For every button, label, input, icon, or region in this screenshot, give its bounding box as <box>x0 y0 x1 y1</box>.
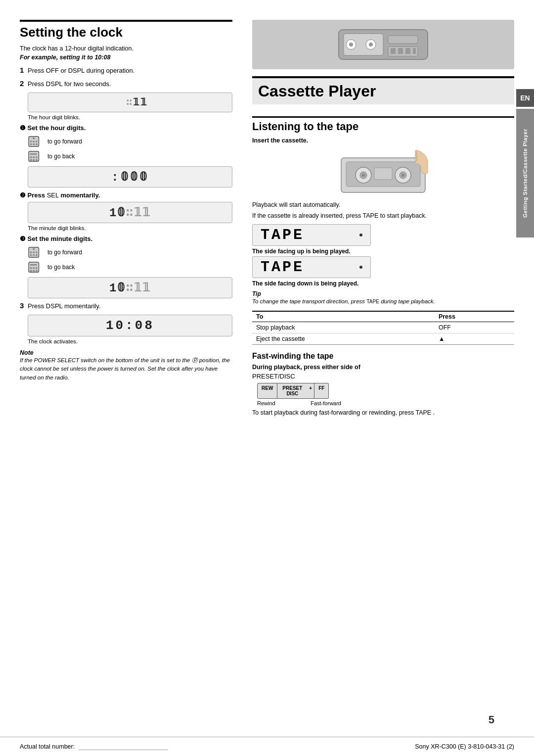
display-min-blink: 1𝟘∷𝟙𝟙 <box>28 202 232 223</box>
note-text: If the POWER SELECT switch on the bottom… <box>20 356 232 382</box>
step3-num: 3 <box>20 301 24 310</box>
svg-point-31 <box>36 270 38 272</box>
table-btn-1[interactable]: OFF <box>439 324 451 331</box>
display-min-set: 1𝟘∷𝟙𝟙 <box>28 277 232 298</box>
svg-point-30 <box>33 270 35 272</box>
footer-left-label: Actual total number: <box>20 743 75 750</box>
note-title: Note <box>20 349 232 356</box>
step2-btn1[interactable]: DSPL <box>46 80 62 88</box>
forward-row-2: + to go forward <box>28 245 232 259</box>
substep2: ❷ Press SEL momentarily. <box>20 191 232 199</box>
step1-text-pre: Press <box>28 67 44 74</box>
preset-label: PRESET <box>282 385 302 391</box>
footer-left: Actual total number: <box>20 743 168 750</box>
svg-point-22 <box>33 254 35 256</box>
svg-point-11 <box>33 156 35 158</box>
tip-label: Tip <box>252 290 261 297</box>
svg-point-15 <box>36 159 38 161</box>
side-down-label: The side facing down is being played. <box>252 280 514 287</box>
svg-point-23 <box>36 254 38 256</box>
svg-point-48 <box>362 174 365 177</box>
back-label-2: to go back <box>47 264 75 271</box>
page-container: Setting the clock The clock has a 12-hou… <box>0 0 534 756</box>
step-3: 3 Press DSPL momentarily. <box>20 301 232 310</box>
inserted-btn[interactable]: TAPE <box>363 212 379 219</box>
tape-display-1: TAPE <box>252 224 371 246</box>
table-col1: To <box>252 311 435 322</box>
step-2: 2 Press DSPL for two seconds. <box>20 79 232 88</box>
tape-display1-text: TAPE <box>261 227 304 243</box>
cassette-header-graphic <box>334 25 433 64</box>
svg-point-21 <box>30 254 32 256</box>
forward-label-2: to go forward <box>47 249 82 256</box>
rew-btn-diagram[interactable]: REW <box>257 383 277 399</box>
cassette-section-title: Cassette Player <box>252 76 514 104</box>
step1-text-mid: or <box>60 67 66 74</box>
fast-wind-sub1: During playback, press either side of <box>252 364 514 371</box>
fast-wind-sub1-text: During playback, press either side of <box>252 364 360 371</box>
main-content: Setting the clock The clock has a 12-hou… <box>0 0 534 737</box>
display5-caption: The clock activates. <box>28 338 232 344</box>
svg-point-35 <box>349 43 353 47</box>
svg-point-2 <box>30 141 32 142</box>
substep1: ❶ Set the hour digits. <box>20 124 232 132</box>
svg-rect-52 <box>374 168 392 180</box>
svg-point-18 <box>30 251 32 253</box>
step1-btn1[interactable]: OFF <box>46 67 59 74</box>
cassette-illustration-container <box>252 148 514 197</box>
fast-wind-btn[interactable]: PRESET/DISC <box>252 373 295 380</box>
step3-btn1[interactable]: DSPL <box>46 302 62 310</box>
fast-wind-note-pre: To start playback during fast-forwarding… <box>252 409 414 416</box>
fast-wind-note-btn[interactable]: TAPE <box>415 409 431 416</box>
disc-label: DISC <box>286 391 298 396</box>
rewind-label: Rewind <box>257 400 275 406</box>
svg-rect-43 <box>413 48 416 54</box>
svg-point-12 <box>36 156 38 158</box>
playback-auto-text: Playback will start automatically. <box>252 201 514 208</box>
svg-point-5 <box>30 143 32 145</box>
svg-point-13 <box>30 159 32 161</box>
preset-disc-btn-diagram[interactable]: PRESET DISC <box>277 383 307 399</box>
svg-point-6 <box>33 143 35 145</box>
svg-rect-41 <box>398 48 403 54</box>
plus-btn-diagram[interactable]: + <box>307 383 314 399</box>
footer-right: Sony XR-C300 (E) 3-810-043-31 (2) <box>415 743 514 750</box>
svg-point-26 <box>30 267 32 269</box>
svg-point-27 <box>33 267 35 269</box>
step1-text-post: during operation. <box>87 67 135 74</box>
left-column: Setting the clock The clock has a 12-hou… <box>20 20 247 737</box>
svg-point-7 <box>36 143 38 145</box>
step1-btn2[interactable]: DSPL <box>68 67 85 74</box>
svg-point-19 <box>33 251 35 253</box>
fast-wind-title: Fast-winding the tape <box>252 352 514 361</box>
substep2-btn[interactable]: SEL <box>47 191 59 199</box>
table-action-1: Stop playback <box>252 322 435 333</box>
ff-btn-diagram[interactable]: FF <box>314 383 329 399</box>
svg-text:+: + <box>33 136 35 141</box>
back-row-2: to go back <box>28 260 232 274</box>
tape-indicator-1 <box>359 234 362 236</box>
inserted-note-pre: If the cassette is already inserted, pre… <box>252 212 361 219</box>
fast-wind-note: To start playback during fast-forwarding… <box>252 409 514 416</box>
display-final: 10:08 <box>28 315 232 336</box>
table-row: Eject the cassette ▲ <box>252 333 514 345</box>
cassette-illustration <box>334 148 433 197</box>
listen-title: Listening to the tape <box>252 116 514 133</box>
page-number: 5 <box>489 713 494 726</box>
en-badge: EN <box>516 89 534 107</box>
substep3-title: ❸ Set the minute digits. <box>20 235 92 242</box>
svg-rect-40 <box>391 48 396 54</box>
scroll-wheel-icon-back <box>28 149 44 163</box>
svg-point-51 <box>401 174 404 177</box>
substep2-text: momentarily. <box>60 191 100 199</box>
tip-btn[interactable]: TAPE <box>366 299 379 304</box>
svg-point-37 <box>369 43 373 47</box>
tape-display2-text: TAPE <box>261 259 304 276</box>
inserted-note-post: to start playback. <box>380 212 427 219</box>
table-press-2: ▲ <box>435 333 514 345</box>
step2-text-pre: Press <box>28 80 44 88</box>
tip-text-post: during tape playback. <box>381 298 435 304</box>
svg-point-3 <box>33 141 35 142</box>
display1-caption: The hour digit blinks. <box>28 114 232 120</box>
side-tab: Getting Started/Cassette Player <box>516 109 534 237</box>
